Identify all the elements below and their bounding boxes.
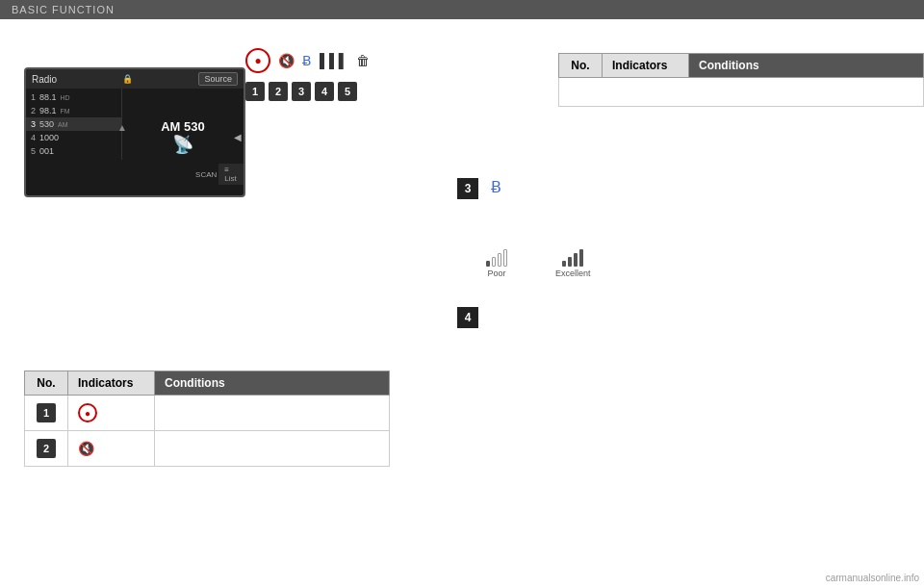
row-indicator-cell: ● — [68, 396, 155, 431]
mute-icon: 🔇 — [278, 53, 295, 68]
icons-row: ● 🔇 Ƀ ▌▌▌ 🗑 1 2 3 4 5 — [245, 48, 370, 101]
bar4 — [579, 249, 583, 267]
row-condition-cell — [155, 431, 390, 467]
radio-list: 188.1HD 298.1FM 3530AM 41000 5001 — [26, 89, 122, 160]
list-item-active: 3530AM — [26, 117, 121, 131]
radio-list-container: ▲ 188.1HD 298.1FM 3530AM 41000 5001 ▼ — [26, 89, 122, 185]
bar2 — [568, 257, 572, 267]
bar1 — [486, 261, 490, 267]
poor-label: Poor — [487, 268, 505, 278]
row-indicator-cell: 🔇 — [68, 431, 155, 467]
circle-icon: ● — [245, 48, 270, 73]
excellent-label: Excellent — [555, 268, 591, 278]
section-4-num: 4 — [457, 307, 478, 328]
badge-5: 5 — [338, 82, 357, 101]
top-right-table-container: No. Indicators Conditions — [558, 53, 924, 107]
bluetooth-large-icon: Ƀ — [491, 178, 501, 196]
badge-3: 3 — [292, 82, 311, 101]
table-row: 2 🔇 — [25, 431, 390, 467]
section-3-num: 3 — [457, 178, 478, 199]
main-content: Radio 🔒 Source ▲ 188.1HD 298.1FM 3530AM … — [0, 19, 924, 584]
row2-mute-icon: 🔇 — [78, 441, 94, 456]
header-title: BASIC FUNCTION — [12, 4, 115, 15]
watermark: carmanualsonline.info — [826, 573, 919, 583]
top-table-header-indicators: Indicators — [603, 54, 689, 78]
empty-row — [559, 78, 924, 107]
section-3-row: 3 Ƀ — [457, 178, 910, 199]
radio-station-display: AM 530 — [161, 119, 205, 134]
row-no-cell: 1 — [25, 396, 68, 431]
table-row — [559, 78, 924, 107]
badge-1: 1 — [245, 82, 265, 101]
row-badge-2: 2 — [37, 439, 56, 458]
table-header-no: No. — [25, 371, 68, 396]
badges-row: 1 2 3 4 5 — [245, 82, 370, 101]
antenna-icon: 📡 — [172, 134, 193, 155]
nav-left-icon[interactable]: ◀ — [234, 132, 242, 142]
top-table-header-conditions: Conditions — [689, 54, 924, 78]
source-button[interactable]: Source — [198, 72, 238, 86]
table-header-indicators: Indicators — [68, 371, 155, 396]
bluetooth-icon: Ƀ — [302, 53, 312, 68]
section-4-row: 4 — [457, 307, 910, 328]
table-row: 1 ● — [25, 396, 390, 431]
header-bar: BASIC FUNCTION — [0, 0, 924, 19]
radio-header: Radio 🔒 Source — [26, 69, 244, 89]
signal-icons-area: Poor Excellent — [486, 247, 910, 278]
list-item: 298.1FM — [26, 104, 121, 117]
list-item: 41000 — [26, 131, 121, 144]
scan-button[interactable]: SCAN — [195, 170, 217, 179]
radio-screen: Radio 🔒 Source ▲ 188.1HD 298.1FM 3530AM … — [24, 67, 245, 197]
bar2 — [492, 257, 496, 267]
top-table-header-no: No. — [559, 54, 603, 78]
left-panel: Radio 🔒 Source ▲ 188.1HD 298.1FM 3530AM … — [0, 19, 443, 584]
radio-body: ▲ 188.1HD 298.1FM 3530AM 41000 5001 ▼ AM… — [26, 89, 244, 185]
list-item: 5001 — [26, 144, 121, 158]
top-indicator-table: No. Indicators Conditions — [558, 53, 924, 107]
bar1 — [562, 261, 566, 267]
top-icons-row: ● 🔇 Ƀ ▌▌▌ 🗑 — [245, 48, 370, 73]
row-condition-cell — [155, 396, 390, 431]
signal-excellent-bars — [562, 247, 583, 267]
lock-icon: 🔒 — [122, 74, 133, 84]
right-panel: No. Indicators Conditions 3 Ƀ — [443, 19, 924, 584]
bar4 — [503, 249, 507, 267]
signal-poor-bars — [486, 247, 507, 267]
signal-poor-item: Poor — [486, 247, 507, 278]
radio-title: Radio — [32, 74, 57, 85]
section-3-area: 3 Ƀ Poor — [457, 178, 910, 328]
bar3 — [574, 253, 578, 267]
sound-button[interactable]: ◀ Sound — [244, 166, 245, 183]
radio-main: AM 530 📡 ◀ SCAN ≡ List ◀ Sound — [122, 89, 244, 185]
list-item: 188.1HD — [26, 90, 121, 104]
badge-2: 2 — [269, 82, 288, 101]
bar3 — [498, 253, 501, 267]
radio-footer: SCAN ≡ List ◀ Sound — [218, 164, 244, 185]
bottom-left-table: No. Indicators Conditions 1 ● — [24, 371, 390, 467]
row1-indicator-icon: ● — [78, 403, 97, 422]
battery-icon: 🗑 — [356, 53, 370, 68]
radio-icon-row: 🔒 — [122, 74, 133, 84]
row-badge-1: 1 — [37, 403, 56, 422]
bottom-indicator-table: No. Indicators Conditions 1 ● — [24, 371, 390, 467]
list-button[interactable]: ≡ List — [224, 166, 236, 183]
signal-icon: ▌▌▌ — [320, 53, 348, 68]
table-header-conditions: Conditions — [155, 371, 390, 396]
signal-excellent-item: Excellent — [555, 247, 591, 278]
badge-4: 4 — [315, 82, 334, 101]
row-no-cell: 2 — [25, 431, 68, 467]
